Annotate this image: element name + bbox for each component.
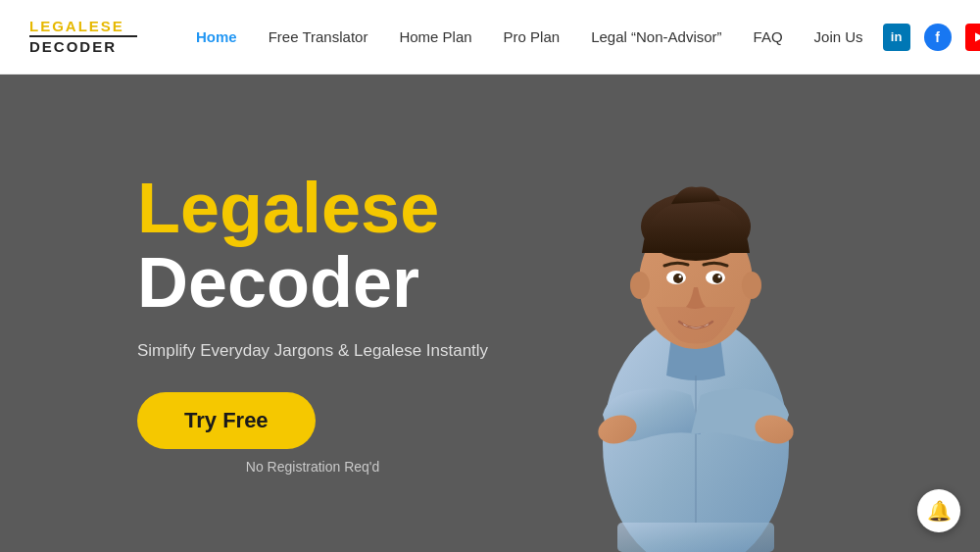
- nav-home[interactable]: Home: [196, 28, 237, 45]
- hero-person-image: [510, 101, 882, 552]
- nav-free-translator[interactable]: Free Translator: [269, 28, 368, 45]
- svg-point-4: [630, 272, 650, 299]
- try-free-button[interactable]: Try Free: [137, 392, 316, 449]
- hero-subtitle: Simplify Everyday Jargons & Legalese Ins…: [137, 341, 488, 361]
- social-icons: in f ▶ 𝕏: [883, 24, 980, 51]
- svg-point-5: [742, 272, 761, 299]
- svg-point-8: [673, 274, 683, 283]
- hero-title-line2: Decoder: [137, 246, 488, 321]
- hero-section: Legalese Decoder Simplify Everyday Jargo…: [0, 75, 980, 552]
- svg-point-10: [679, 276, 682, 278]
- svg-point-11: [718, 276, 721, 278]
- logo-decoder: DECODER: [29, 35, 137, 56]
- facebook-icon[interactable]: f: [924, 24, 952, 51]
- linkedin-icon[interactable]: in: [883, 24, 910, 51]
- svg-point-9: [712, 274, 722, 283]
- no-registration-note: No Registration Req'd: [137, 459, 488, 475]
- nav-faq[interactable]: FAQ: [754, 28, 783, 45]
- nav-pro-plan[interactable]: Pro Plan: [504, 28, 561, 45]
- nav-join-us[interactable]: Join Us: [814, 28, 863, 45]
- logo[interactable]: LEGALESE DECODER: [29, 19, 137, 55]
- hero-content: Legalese Decoder Simplify Everyday Jargo…: [0, 152, 488, 475]
- nav-legal-non-advisor[interactable]: Legal “Non-Advisor”: [591, 28, 721, 45]
- logo-legalese: LEGALESE: [29, 19, 137, 35]
- nav-home-plan[interactable]: Home Plan: [399, 28, 471, 45]
- hero-title-line1: Legalese: [137, 172, 488, 246]
- notification-bell[interactable]: 🔔: [917, 489, 960, 532]
- nav-links: Home Free Translator Home Plan Pro Plan …: [196, 28, 863, 45]
- navbar: LEGALESE DECODER Home Free Translator Ho…: [0, 0, 980, 75]
- youtube-icon[interactable]: ▶: [965, 24, 980, 51]
- svg-rect-15: [617, 523, 774, 552]
